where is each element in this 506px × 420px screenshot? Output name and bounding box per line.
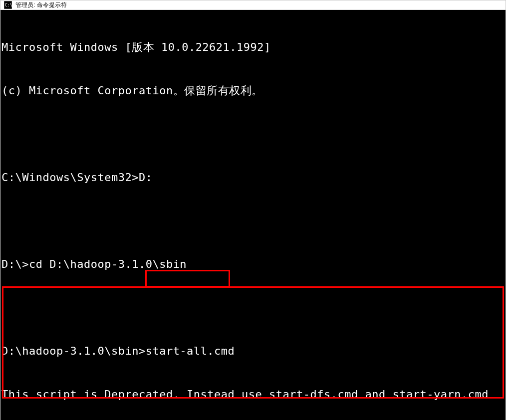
cmd-icon: C:\ xyxy=(3,0,12,9)
terminal-line: (c) Microsoft Corporation。保留所有权利。 xyxy=(1,83,505,98)
highlight-annotation-command xyxy=(145,270,230,287)
cmd-window: C:\ 管理员: 命令提示符 Microsoft Windows [版本 10.… xyxy=(0,0,506,420)
terminal-line: D:\hadoop-3.1.0\sbin>start-all.cmd xyxy=(1,344,505,358)
window-title: 管理员: 命令提示符 xyxy=(15,1,67,9)
terminal-line: This script is Deprecated. Instead use s… xyxy=(1,387,505,402)
svg-text:C:\: C:\ xyxy=(5,3,12,7)
terminal-line: C:\Windows\System32>D: xyxy=(1,170,505,185)
terminal-line: Microsoft Windows [版本 10.0.22621.1992] xyxy=(1,40,505,54)
terminal-line: D:\>cd D:\hadoop-3.1.0\sbin xyxy=(1,257,505,271)
terminal-output[interactable]: Microsoft Windows [版本 10.0.22621.1992] (… xyxy=(0,10,506,420)
titlebar[interactable]: C:\ 管理员: 命令提示符 xyxy=(0,0,506,10)
terminal-line xyxy=(1,300,505,315)
terminal-line xyxy=(1,127,505,141)
terminal-line xyxy=(1,213,505,228)
